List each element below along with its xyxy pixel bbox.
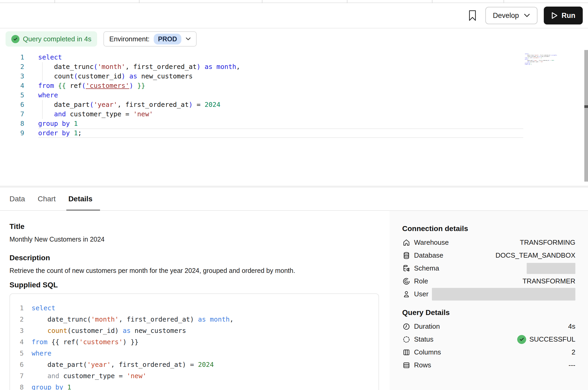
tab-divider bbox=[347, 0, 347, 3]
detail-value bbox=[432, 288, 575, 301]
supplied-sql-code-block: 1select2 date_trunc('month', first_order… bbox=[9, 293, 379, 390]
details-right-panel: Connection details WarehouseTRANSFORMING… bbox=[390, 211, 588, 390]
line-number: 7 bbox=[10, 370, 24, 382]
environment-label: Environment: bbox=[109, 35, 150, 43]
detail-row: User bbox=[402, 288, 575, 301]
tab-divider bbox=[139, 0, 139, 3]
detail-value: 2 bbox=[572, 348, 575, 356]
line-number: 7 bbox=[0, 109, 24, 119]
header-toolbar: Develop Run bbox=[0, 3, 588, 28]
detail-label: Database bbox=[414, 251, 443, 259]
detail-label: Role bbox=[414, 277, 428, 285]
connection-details-heading: Connection details bbox=[402, 224, 575, 233]
line-number: 4 bbox=[0, 81, 24, 91]
database-icon bbox=[402, 251, 411, 260]
develop-dropdown-button[interactable]: Develop bbox=[485, 7, 537, 24]
tab-details[interactable]: Details bbox=[68, 195, 93, 203]
bookmark-icon bbox=[468, 10, 477, 21]
detail-value: DOCS_TEAM_SANDBOX bbox=[496, 251, 575, 259]
line-number: 4 bbox=[10, 336, 24, 348]
detail-value: SUCCESSFUL bbox=[517, 335, 575, 344]
detail-row: Columns2 bbox=[402, 346, 575, 359]
code-line: 5where bbox=[0, 91, 588, 100]
schema-icon bbox=[402, 264, 411, 273]
code-line: 1select bbox=[10, 302, 378, 314]
sql-code-editor[interactable]: 1select2 date_trunc('month', first_order… bbox=[0, 49, 588, 138]
description-value: Retrieve the count of new customers per … bbox=[9, 267, 379, 274]
detail-label: Schema bbox=[414, 264, 439, 272]
line-number: 8 bbox=[10, 382, 24, 390]
description-heading: Description bbox=[9, 254, 379, 262]
code-line: 3 count(customer_id) as new_customers bbox=[0, 72, 588, 81]
scrollbar-thumb[interactable] bbox=[584, 105, 588, 108]
query-status-badge: Query completed in 4s bbox=[6, 31, 97, 47]
code-line: 6 date_part('year', first_ordered_at) = … bbox=[0, 100, 588, 109]
user-icon bbox=[402, 290, 411, 298]
tab-divider bbox=[262, 0, 262, 3]
code-line: 8group by 1 bbox=[10, 382, 378, 390]
bookmark-button[interactable] bbox=[466, 8, 479, 23]
detail-value: TRANSFORMING bbox=[520, 238, 575, 247]
detail-label: Rows bbox=[414, 361, 431, 369]
connection-details-rows: WarehouseTRANSFORMINGDatabaseDOCS_TEAM_S… bbox=[402, 236, 575, 301]
rows-icon bbox=[402, 361, 411, 369]
editor-pane: 1select2 date_trunc('month', first_order… bbox=[0, 49, 588, 186]
detail-row: RoleTRANSFORMER bbox=[402, 275, 575, 288]
success-check-icon bbox=[11, 35, 19, 43]
tab-data[interactable]: Data bbox=[9, 195, 25, 203]
editor-minimap[interactable]: select date_trunc('month', first_ordered… bbox=[525, 53, 554, 65]
redacted-value bbox=[432, 288, 575, 301]
detail-row: DatabaseDOCS_TEAM_SANDBOX bbox=[402, 249, 575, 262]
code-line: 6 date_part('year', first_ordered_at) = … bbox=[10, 359, 378, 370]
code-line: order by 1; bbox=[525, 64, 554, 65]
develop-label: Develop bbox=[493, 12, 519, 20]
detail-label: Columns bbox=[414, 348, 441, 356]
tab-chart[interactable]: Chart bbox=[38, 195, 56, 203]
code-line: 8group by 1 bbox=[0, 119, 588, 128]
detail-label: Duration bbox=[414, 322, 440, 331]
line-number: 9 bbox=[0, 128, 24, 138]
detail-label: Warehouse bbox=[414, 238, 449, 247]
line-number: 5 bbox=[0, 91, 24, 100]
detail-row: StatusSUCCESSFUL bbox=[402, 333, 575, 346]
warehouse-icon bbox=[402, 238, 411, 247]
chevron-down-icon bbox=[524, 13, 530, 18]
status-icon bbox=[402, 335, 411, 344]
run-label: Run bbox=[562, 12, 575, 20]
title-value: Monthly New Customers in 2024 bbox=[9, 236, 379, 243]
line-number: 1 bbox=[0, 53, 24, 62]
detail-row: Schema bbox=[402, 262, 575, 275]
code-line: 3 count(customer_id) as new_customers bbox=[10, 325, 378, 336]
environment-dropdown[interactable]: Environment: PROD bbox=[103, 31, 196, 47]
role-icon bbox=[402, 277, 411, 286]
code-line: 4from {{ ref('customers') }} bbox=[10, 336, 378, 348]
line-number: 3 bbox=[0, 72, 24, 81]
detail-row: WarehouseTRANSFORMING bbox=[402, 236, 575, 249]
code-line: 7 and customer_type = 'new' bbox=[10, 370, 378, 382]
success-check-icon bbox=[517, 335, 526, 344]
details-left-column: Title Monthly New Customers in 2024 Desc… bbox=[0, 211, 390, 390]
line-number: 6 bbox=[10, 359, 24, 370]
run-button[interactable]: Run bbox=[544, 7, 583, 24]
code-line: 5where bbox=[10, 348, 378, 359]
line-number: 2 bbox=[10, 314, 24, 325]
status-row: Query completed in 4s Environment: PROD bbox=[0, 28, 588, 49]
code-line: 2 date_trunc('month', first_ordered_at) … bbox=[10, 314, 378, 325]
code-line: 4from {{ ref('customers') }} bbox=[0, 81, 588, 91]
code-line: 1select bbox=[0, 53, 588, 62]
window-tab-strip[interactable] bbox=[0, 0, 588, 3]
line-number: 6 bbox=[0, 100, 24, 109]
environment-value-pill: PROD bbox=[154, 34, 181, 44]
redacted-value bbox=[527, 263, 575, 274]
pane-divider[interactable] bbox=[0, 186, 588, 188]
tab-divider bbox=[432, 0, 432, 3]
code-line: 2 date_trunc('month', first_ordered_at) … bbox=[0, 62, 588, 72]
detail-row: Duration4s bbox=[402, 320, 575, 333]
detail-row: Rows--- bbox=[402, 359, 575, 372]
editor-scrollbar[interactable] bbox=[584, 50, 588, 182]
line-number: 8 bbox=[0, 119, 24, 128]
detail-value: --- bbox=[569, 361, 575, 369]
title-heading: Title bbox=[9, 222, 379, 231]
active-tab-underline bbox=[66, 209, 100, 211]
tab-divider bbox=[54, 0, 55, 3]
